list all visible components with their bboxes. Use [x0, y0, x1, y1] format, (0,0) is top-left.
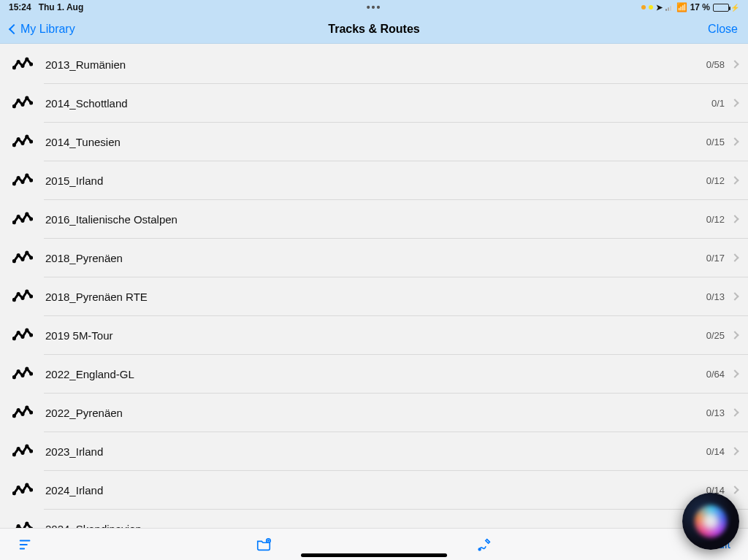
- svg-point-7: [20, 103, 24, 107]
- item-label: 2015_Irland: [45, 174, 706, 187]
- siri-button[interactable]: [682, 493, 739, 550]
- svg-point-14: [29, 139, 33, 143]
- svg-point-35: [12, 337, 16, 340]
- svg-point-32: [20, 296, 24, 300]
- svg-point-43: [25, 367, 28, 370]
- page-title: Tracks & Routes: [328, 23, 419, 36]
- svg-point-63: [25, 521, 28, 525]
- svg-point-8: [25, 96, 28, 99]
- svg-point-16: [17, 176, 20, 180]
- list-item[interactable]: 2022_England-GL0/64: [0, 355, 748, 393]
- status-time: 15:24: [9, 2, 31, 12]
- svg-point-37: [20, 335, 24, 339]
- svg-point-53: [25, 444, 28, 448]
- item-count: 0/12: [706, 175, 725, 186]
- item-label: 2022_England-GL: [45, 368, 706, 380]
- svg-point-26: [17, 253, 20, 257]
- svg-point-39: [29, 333, 33, 337]
- chevron-right-icon: [730, 292, 739, 300]
- back-label: My Library: [20, 23, 75, 36]
- status-bar: 15:24 Thu 1. Aug ••• ➤ 📶 17 % ⚡: [0, 0, 748, 15]
- svg-point-30: [12, 298, 16, 302]
- route-tool-button[interactable]: [476, 537, 492, 553]
- nav-bar: My Library Tracks & Routes Close: [0, 15, 748, 44]
- svg-point-56: [17, 486, 20, 489]
- track-icon: [10, 168, 35, 193]
- svg-point-19: [29, 178, 33, 182]
- svg-point-23: [25, 212, 28, 215]
- sort-button[interactable]: [18, 537, 34, 553]
- list-item[interactable]: 2024_Irland0/14: [0, 471, 748, 509]
- svg-point-25: [12, 259, 16, 263]
- svg-point-22: [20, 219, 24, 223]
- chevron-right-icon: [730, 447, 739, 455]
- item-count: 0/17: [706, 253, 725, 264]
- list-item[interactable]: 2013_Rumänien0/58: [0, 45, 748, 83]
- battery-icon: ⚡: [713, 4, 739, 12]
- back-button[interactable]: My Library: [10, 23, 75, 36]
- list-item[interactable]: 2024_Skandinavien: [0, 510, 748, 528]
- item-label: 2018_Pyrenäen: [45, 252, 706, 264]
- svg-point-51: [17, 447, 20, 450]
- item-count: 0/58: [706, 59, 725, 70]
- track-icon: [10, 477, 35, 502]
- item-label: 2023_Irland: [45, 445, 706, 458]
- svg-point-59: [29, 488, 33, 491]
- chevron-right-icon: [730, 176, 739, 184]
- svg-point-44: [29, 372, 33, 375]
- new-folder-button[interactable]: [256, 537, 272, 553]
- tracks-list: 2013_Rumänien0/582014_Schottland0/12014_…: [0, 44, 748, 528]
- item-label: 2019 5M-Tour: [45, 329, 706, 342]
- svg-point-58: [25, 483, 28, 486]
- svg-point-1: [17, 60, 20, 64]
- item-label: 2016_Italienische Ostalpen: [45, 213, 706, 226]
- track-icon: [10, 245, 35, 270]
- wifi-icon: 📶: [676, 2, 687, 12]
- track-icon: [10, 52, 35, 77]
- indicator-dot-yellow: [649, 5, 653, 9]
- list-item[interactable]: 2022_Pyrenäen0/13: [0, 394, 748, 431]
- list-item[interactable]: 2018_Pyrenäen RTE0/13: [0, 277, 748, 315]
- svg-point-21: [17, 215, 20, 218]
- svg-point-28: [25, 250, 28, 254]
- svg-point-34: [29, 294, 33, 298]
- svg-point-38: [25, 328, 28, 331]
- chevron-left-icon: [9, 23, 19, 34]
- item-label: 2014_Schottland: [45, 97, 711, 110]
- item-label: 2013_Rumänien: [45, 58, 706, 71]
- svg-point-20: [12, 220, 16, 224]
- list-item[interactable]: 2019 5M-Tour0/25: [0, 316, 748, 354]
- track-icon: [10, 361, 35, 386]
- list-item[interactable]: 2018_Pyrenäen0/17: [0, 239, 748, 277]
- item-label: 2022_Pyrenäen: [45, 407, 706, 419]
- svg-point-24: [29, 217, 33, 220]
- route-icon: [476, 537, 492, 553]
- list-item[interactable]: 2023_Irland0/14: [0, 432, 748, 470]
- svg-point-71: [478, 548, 481, 551]
- location-icon: ➤: [656, 3, 663, 12]
- list-item[interactable]: 2015_Irland0/12: [0, 161, 748, 199]
- home-indicator[interactable]: [301, 553, 447, 557]
- svg-point-31: [17, 292, 20, 296]
- svg-point-11: [17, 137, 20, 141]
- indicator-dot-orange: [641, 5, 646, 9]
- list-item[interactable]: 2016_Italienische Ostalpen0/12: [0, 200, 748, 238]
- item-label: 2018_Pyrenäen RTE: [45, 291, 706, 303]
- list-item[interactable]: 2014_Tunesien0/15: [0, 123, 748, 161]
- close-button[interactable]: Close: [708, 23, 738, 36]
- cellular-signal-icon: [665, 4, 673, 11]
- svg-point-52: [20, 451, 24, 455]
- chevron-right-icon: [730, 60, 739, 68]
- item-count: 0/64: [706, 369, 725, 380]
- svg-point-33: [25, 289, 28, 293]
- svg-point-5: [12, 104, 16, 108]
- track-icon: [10, 129, 35, 154]
- svg-point-18: [25, 173, 28, 177]
- svg-point-41: [17, 369, 20, 373]
- status-date: Thu 1. Aug: [39, 2, 84, 12]
- list-item[interactable]: 2014_Schottland0/1: [0, 84, 748, 122]
- chevron-right-icon: [730, 408, 739, 416]
- multitask-dots[interactable]: •••: [367, 1, 382, 13]
- sort-icon: [18, 537, 34, 553]
- svg-point-42: [20, 374, 24, 377]
